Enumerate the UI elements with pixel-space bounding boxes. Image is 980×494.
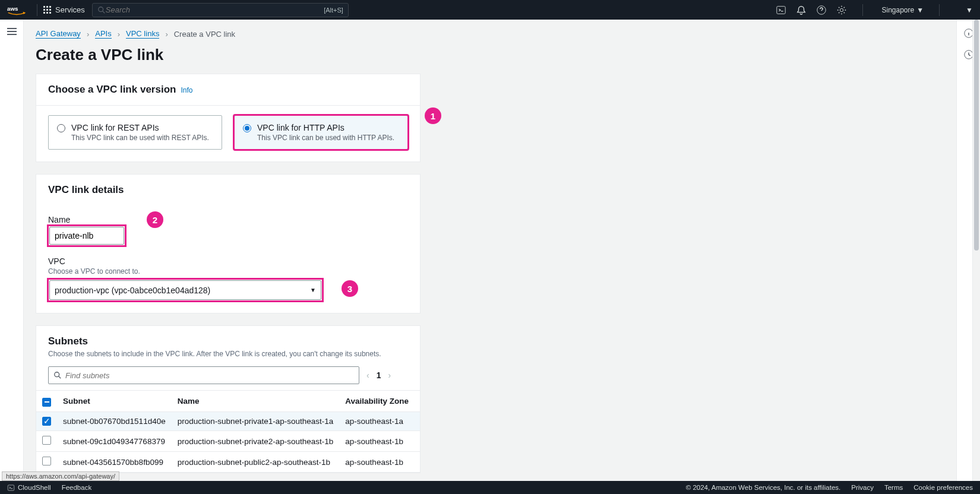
row-checkbox[interactable] (42, 436, 51, 445)
cell-subnet: subnet-043561570bb8fb099 (57, 452, 172, 473)
table-row[interactable]: ✓subnet-0b07670bd1511d40eproduction-subn… (36, 411, 420, 431)
svg-point-1 (99, 7, 103, 11)
svg-line-7 (59, 376, 61, 379)
cell-subnet: subnet-0b07670bd1511d40e (57, 411, 172, 431)
aws-logo[interactable]: aws (7, 5, 26, 15)
version-panel: Choose a VPC link version Info VPC link … (36, 74, 421, 162)
annotation-marker-3: 3 (342, 280, 358, 297)
gear-icon[interactable] (836, 5, 847, 15)
row-checkbox[interactable] (42, 457, 51, 466)
col-subnet[interactable]: Subnet (57, 391, 172, 412)
http-option-desc: This VPC link can be used with HTTP APIs… (257, 134, 394, 142)
divider (37, 4, 37, 16)
caret-down-icon: ▼ (916, 6, 924, 14)
side-nav-toggle-region (0, 20, 24, 481)
svg-point-6 (55, 372, 59, 377)
vpc-select[interactable]: production-vpc (vpc-0abce0cb1e04ad128) ▼ (49, 280, 321, 300)
search-icon (97, 6, 106, 14)
cookies-link[interactable]: Cookie preferences (913, 484, 973, 491)
name-input[interactable] (49, 227, 124, 245)
annotation-marker-1: 1 (425, 107, 441, 124)
divider (939, 4, 940, 16)
find-subnets[interactable] (48, 366, 359, 384)
rest-option-desc: This VPC link can be used with REST APIs… (71, 134, 209, 142)
breadcrumb-api-gateway[interactable]: API Gateway (36, 29, 81, 39)
annotation-marker-2: 2 (147, 211, 163, 228)
page-number: 1 (377, 370, 381, 380)
subnets-panel: Subnets Choose the subnets to include in… (36, 325, 421, 473)
details-panel-title: VPC link details (48, 184, 124, 196)
subnets-panel-title: Subnets (48, 335, 408, 347)
subnets-desc: Choose the subnets to include in the VPC… (48, 350, 408, 358)
global-search[interactable]: [Alt+S] (92, 3, 349, 17)
cloudshell-label: CloudShell (18, 484, 51, 491)
chevron-right-icon: › (118, 30, 120, 39)
divider (862, 4, 863, 16)
region-selector[interactable]: Singapore ▼ (882, 6, 924, 14)
cloudshell-button[interactable]: CloudShell (7, 484, 51, 492)
search-icon (53, 371, 62, 379)
console-footer: CloudShell Feedback © 2024, Amazon Web S… (0, 481, 980, 494)
col-name[interactable]: Name (172, 391, 340, 412)
cell-subnet: subnet-09c1d049347768379 (57, 431, 172, 452)
page-title: Create a VPC link (24, 42, 956, 74)
cell-name: production-subnet-private1-ap-southeast-… (172, 411, 340, 431)
copyright: © 2024, Amazon Web Services, Inc. or its… (686, 484, 841, 491)
breadcrumb-vpc-links[interactable]: VPC links (126, 29, 159, 39)
select-all-checkbox[interactable] (42, 398, 51, 407)
terms-link[interactable]: Terms (884, 484, 903, 491)
cell-cidr: 10. (415, 431, 420, 452)
browser-status-url: https://aws.amazon.com/api-gateway/ (2, 471, 119, 481)
main-content: API Gateway › APIs › VPC links › Create … (24, 20, 956, 481)
services-menu[interactable]: Services (43, 5, 85, 14)
row-checkbox[interactable]: ✓ (42, 417, 51, 426)
http-option-label: VPC link for HTTP APIs (257, 123, 394, 132)
table-row[interactable]: subnet-09c1d049347768379production-subne… (36, 431, 420, 452)
version-panel-title: Choose a VPC link version (48, 84, 176, 96)
cell-cidr: 10. (415, 411, 420, 431)
info-link[interactable]: Info (181, 86, 192, 94)
prev-page[interactable]: ‹ (366, 370, 369, 380)
cell-name: production-subnet-private2-ap-southeast-… (172, 431, 340, 452)
search-shortcut: [Alt+S] (324, 7, 343, 14)
vpc-label: VPC (48, 256, 408, 266)
vpc-link-rest-option[interactable]: VPC link for REST APIs This VPC link can… (48, 115, 222, 150)
vpc-select-value: production-vpc (vpc-0abce0cb1e04ad128) (55, 286, 210, 295)
next-page[interactable]: › (388, 370, 391, 380)
vpc-help: Choose a VPC to connect to. (48, 267, 408, 276)
breadcrumb: API Gateway › APIs › VPC links › Create … (24, 20, 956, 42)
details-panel: VPC link details Name 2 VPC Choose a VPC… (36, 174, 421, 314)
breadcrumb-apis[interactable]: APIs (95, 29, 111, 39)
scrollbar[interactable] (972, 20, 980, 481)
col-az[interactable]: Availability Zone (339, 391, 415, 412)
subnets-table: Subnet Name Availability Zone Su ✓subnet… (36, 390, 420, 473)
cell-name: production-subnet-public2-ap-southeast-1… (172, 452, 340, 473)
radio-icon (57, 124, 65, 132)
col-cidr[interactable]: Su (415, 391, 420, 412)
chevron-right-icon: › (87, 30, 89, 39)
cell-cidr: 10. (415, 452, 420, 473)
vpc-link-http-option[interactable]: VPC link for HTTP APIs This VPC link can… (234, 115, 408, 150)
cell-az: ap-southeast-1b (339, 452, 415, 473)
account-menu[interactable]: ▼ (966, 6, 973, 14)
feedback-link[interactable]: Feedback (62, 484, 92, 491)
cloudshell-icon[interactable] (776, 5, 786, 15)
search-input[interactable] (106, 5, 324, 14)
cloudshell-icon (7, 484, 15, 492)
svg-line-2 (103, 11, 105, 13)
pagination: ‹ 1 › (366, 370, 391, 380)
privacy-link[interactable]: Privacy (851, 484, 874, 491)
hamburger-icon[interactable] (7, 28, 17, 35)
caret-down-icon: ▼ (966, 6, 973, 14)
name-label: Name (48, 215, 408, 224)
bell-icon[interactable] (796, 5, 807, 15)
help-icon[interactable] (816, 5, 827, 15)
services-label: Services (55, 5, 85, 14)
find-subnets-input[interactable] (65, 371, 354, 380)
cell-az: ap-southeast-1b (339, 431, 415, 452)
svg-point-5 (840, 8, 843, 11)
chevron-right-icon: › (165, 30, 167, 39)
triangle-down-icon: ▼ (310, 287, 316, 293)
table-row[interactable]: subnet-043561570bb8fb099production-subne… (36, 452, 420, 473)
svg-text:aws: aws (7, 5, 18, 11)
